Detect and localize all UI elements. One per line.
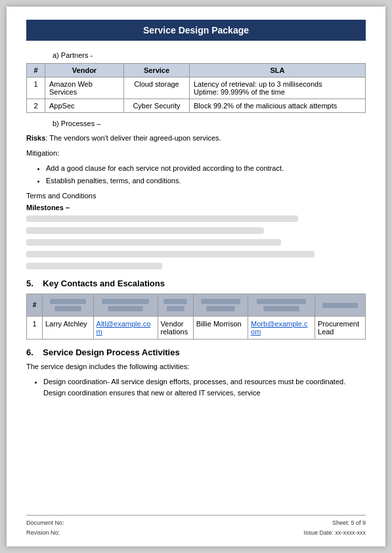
- contacts-col3: [158, 294, 193, 317]
- partners-table: # Vendor Service SLA 1 Amazon Web Servic…: [26, 63, 366, 113]
- blurred-header: [167, 306, 185, 311]
- contacts-row1-email2: Morb@example.com: [248, 317, 315, 340]
- row2-num: 2: [27, 99, 45, 113]
- header-title: Service Design Package: [143, 25, 249, 35]
- page: Service Design Package a) Partners - # V…: [7, 7, 385, 546]
- footer-left: Document No: Revision No:: [26, 518, 64, 537]
- row2-sla: Block 99.2% of the malicious attack atte…: [190, 99, 366, 113]
- rev-no: Revision No:: [26, 528, 64, 537]
- issue-date: Issue Date: xx-xxxx-xxx: [303, 528, 366, 537]
- section5-heading: 5. Key Contacts and Escalations: [26, 278, 366, 288]
- row2-vendor: AppSec: [45, 99, 124, 113]
- contacts-row1-num: 1: [27, 317, 43, 340]
- table-row: 2 AppSec Cyber Security Block 99.2% of t…: [27, 99, 366, 113]
- blurred-milestone-5: [26, 263, 162, 269]
- blurred-header: [206, 306, 236, 311]
- col-header-num: #: [27, 64, 45, 77]
- terms-label: Terms and Conditions: [26, 192, 366, 200]
- section6-bullet-item: Design coordination- All service design …: [43, 376, 366, 399]
- col-header-service: Service: [124, 64, 190, 77]
- partners-label: a) Partners -: [53, 51, 366, 59]
- mitigation-colon: :: [57, 149, 59, 157]
- risk-bold: Risks: [26, 134, 45, 142]
- doc-no: Document No:: [26, 518, 64, 527]
- bullet-item: Establish penalties, terms, and conditio…: [46, 175, 366, 187]
- contacts-table: # 1 Larry Atchley Altl@example.com Vendo…: [26, 294, 366, 340]
- blurred-header: [54, 306, 81, 311]
- row2-service: Cyber Security: [124, 99, 190, 113]
- contacts-col1: [43, 294, 94, 317]
- table-row: 1 Amazon Web Services Cloud storage Late…: [27, 77, 366, 99]
- blurred-header: [50, 299, 86, 304]
- contacts-row1-name: Larry Atchley: [43, 317, 94, 340]
- section6-number: 6.: [26, 347, 33, 357]
- contacts-col4: [193, 294, 248, 317]
- blurred-milestone-1: [26, 215, 298, 222]
- risk-text: : The vendors won't deliver their agreed…: [45, 134, 221, 142]
- blurred-header: [263, 306, 300, 311]
- contacts-col-num: #: [27, 294, 43, 317]
- header-banner: Service Design Package: [26, 20, 366, 41]
- blurred-milestone-4: [26, 251, 315, 257]
- footer-right: Sheet: 5 of 9 Issue Date: xx-xxxx-xxx: [303, 518, 366, 537]
- section6-intro: The service design includes the followin…: [26, 361, 366, 372]
- bullet-item: Add a good clause for each service not p…: [46, 162, 366, 175]
- section6-bullet-list: Design coordination- All service design …: [43, 376, 366, 399]
- bullet-list: Add a good clause for each service not p…: [46, 162, 366, 187]
- col-header-vendor: Vendor: [45, 64, 124, 77]
- contacts-header-row: #: [27, 294, 366, 317]
- blurred-header: [257, 299, 305, 304]
- contacts-row1-contact: Billie Morrison: [193, 317, 248, 340]
- contacts-row1-role: Vendorrelations: [158, 317, 193, 340]
- section5-title: Key Contacts and Escalations: [43, 278, 165, 288]
- blurred-header: [201, 299, 240, 304]
- blurred-milestone-2: [26, 227, 264, 234]
- contacts-row: 1 Larry Atchley Altl@example.com Vendorr…: [27, 317, 366, 340]
- row1-vendor: Amazon Web Services: [45, 77, 124, 99]
- blurred-header: [322, 303, 358, 308]
- blurred-header: [163, 299, 187, 304]
- contacts-col2: [93, 294, 158, 317]
- mitigation-label: Mitigation: [26, 149, 57, 157]
- contacts-row1-email: Altl@example.com: [93, 317, 158, 340]
- row1-service: Cloud storage: [124, 77, 190, 99]
- mitigation-section: Mitigation:: [26, 148, 366, 159]
- row1-sla: Latency of retrieval: up to 3 millisecon…: [190, 77, 366, 99]
- processes-label: b) Processes –: [53, 120, 366, 127]
- contacts-row1-role2: ProcurementLead: [315, 317, 366, 340]
- blurred-header: [108, 306, 142, 311]
- contacts-email2-link[interactable]: Morb@example.com: [251, 320, 307, 336]
- contacts-col5: [248, 294, 315, 317]
- blurred-milestone-3: [26, 239, 281, 246]
- risk-section: Risks: The vendors won't deliver their a…: [26, 133, 366, 144]
- col-header-sla: SLA: [190, 64, 366, 77]
- section6-title: Service Design Process Activities: [43, 347, 179, 357]
- sheet-info: Sheet: 5 of 9: [303, 518, 366, 527]
- milestones-label: Milestones –: [26, 204, 366, 211]
- blurred-header: [102, 299, 148, 304]
- section6-heading: 6. Service Design Process Activities: [26, 347, 366, 357]
- contacts-col6: [315, 294, 366, 317]
- section5-number: 5.: [26, 278, 33, 288]
- contacts-email-link[interactable]: Altl@example.com: [97, 320, 151, 336]
- footer: Document No: Revision No: Sheet: 5 of 9 …: [26, 515, 366, 537]
- row1-num: 1: [27, 77, 45, 99]
